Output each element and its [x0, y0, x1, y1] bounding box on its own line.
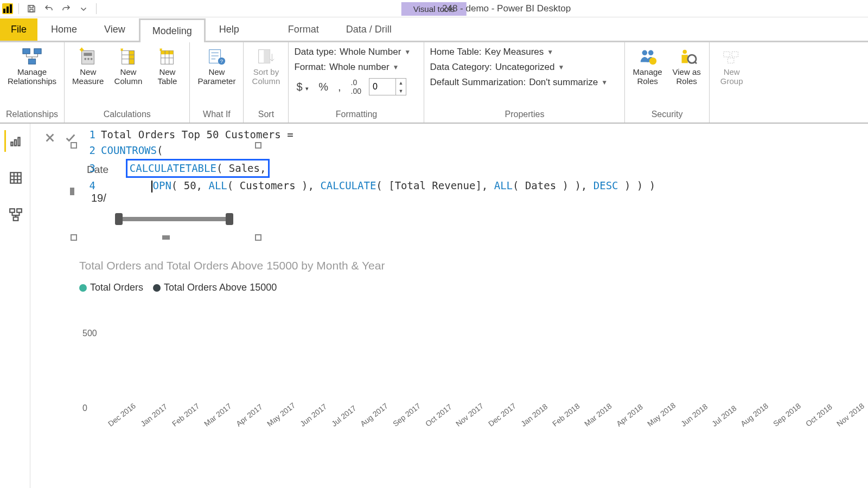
svg-rect-0 [30, 9, 33, 12]
sort-by-column-button[interactable]: Sort by Column [249, 46, 283, 87]
tab-help[interactable]: Help [206, 17, 253, 41]
window-title: 248 - demo - Power BI Desktop [442, 3, 571, 14]
decrement-button[interactable]: ▼ [396, 87, 406, 95]
svg-rect-25 [732, 52, 738, 57]
svg-rect-17 [264, 50, 270, 63]
manage-roles-label: Manage Roles [633, 67, 662, 86]
text-cursor [151, 181, 152, 192]
increment-button[interactable]: ▲ [396, 79, 406, 87]
divider [18, 3, 19, 14]
resize-handle[interactable] [255, 234, 261, 241]
group-formatting-label: Formatting [294, 107, 418, 121]
new-table-label: New Table [157, 67, 177, 86]
formula-editor[interactable]: 1Total Orders Top 50 Customers = 2COUNTR… [85, 127, 863, 194]
format-value: Whole number [329, 62, 390, 73]
slider-thumb-end[interactable] [226, 213, 233, 225]
chart-plot-area: 0 500 [106, 300, 781, 414]
home-table-label: Home Table: [430, 47, 481, 57]
tab-data-drill[interactable]: Data / Drill [333, 17, 405, 41]
formula-highlighted-selection: CALCULATETABLE( Sales, [126, 159, 270, 178]
svg-rect-3 [28, 59, 35, 65]
legend-marker [79, 284, 87, 292]
decimal-places-input[interactable] [369, 79, 395, 95]
svg-rect-10 [129, 51, 135, 65]
summarization-label: Default Summarization: [430, 77, 526, 88]
data-category-value: Uncategorized [495, 62, 555, 73]
model-view-button[interactable] [4, 204, 26, 226]
undo-button[interactable] [42, 2, 56, 16]
svg-rect-5 [84, 53, 92, 56]
manage-relationships-button[interactable]: Manage Relationships [5, 46, 59, 87]
new-parameter-label: New Parameter [197, 67, 235, 86]
svg-point-7 [87, 58, 90, 60]
new-column-button[interactable]: New Column [111, 46, 145, 87]
svg-rect-28 [15, 140, 16, 146]
chevron-down-icon: ▼ [404, 48, 411, 56]
slider-thumb-start[interactable] [115, 213, 123, 225]
home-table-dropdown[interactable]: Home Table: Key Measures ▼ [430, 47, 608, 57]
tab-view[interactable]: View [91, 17, 139, 41]
new-measure-button[interactable]: New Measure [70, 46, 106, 87]
new-parameter-button[interactable]: ? New Parameter [195, 46, 238, 87]
format-label: Format: [294, 62, 326, 73]
view-rail [0, 124, 30, 488]
svg-rect-12 [161, 51, 174, 55]
svg-rect-30 [10, 172, 21, 183]
summarization-value: Don't summarize [529, 77, 598, 88]
svg-rect-2 [34, 49, 41, 54]
formula-cancel-button[interactable] [41, 129, 59, 146]
chevron-down-icon: ▼ [393, 63, 399, 71]
comma-format-button[interactable]: , [336, 80, 343, 94]
data-category-dropdown[interactable]: Data Category: Uncategorized ▼ [430, 62, 608, 73]
ribbon: Manage Relationships Relationships New M… [0, 42, 868, 124]
tab-modeling[interactable]: Modeling [139, 18, 206, 42]
redo-button[interactable] [59, 2, 73, 16]
format-dropdown[interactable]: Format: Whole number ▼ [294, 62, 411, 73]
new-group-button[interactable]: New Group [715, 46, 749, 87]
group-properties-label: Properties [430, 107, 619, 121]
data-type-dropdown[interactable]: Data type: Whole Number ▼ [294, 47, 411, 57]
ribbon-tabstrip: File Home View Modeling Help Format Data… [0, 17, 868, 42]
formula-token: ( [157, 144, 163, 156]
resize-handle[interactable] [162, 235, 170, 240]
svg-point-19 [648, 50, 654, 56]
tab-home[interactable]: Home [37, 17, 91, 41]
svg-rect-1 [23, 49, 30, 54]
currency-format-button[interactable]: $ ▾ [294, 80, 311, 94]
chart-legend: Total Orders Total Orders Above 15000 [79, 282, 781, 293]
percent-format-button[interactable]: % [316, 80, 330, 94]
group-security-label: Security [630, 107, 703, 121]
decimal-places-stepper[interactable]: ▲▼ [369, 78, 406, 95]
view-as-roles-label: View as Roles [673, 67, 701, 86]
bar-chart-visual[interactable]: Total Orders and Total Orders Above 1500… [79, 259, 781, 422]
save-button[interactable] [24, 2, 39, 16]
tab-format[interactable]: Format [275, 17, 333, 41]
decimal-format-button[interactable]: .0.00 [349, 77, 363, 97]
formula-token: OPN [153, 179, 171, 191]
chevron-down-icon: ▼ [558, 63, 564, 71]
legend-item-label: Total Orders [90, 282, 143, 293]
file-tab[interactable]: File [0, 18, 37, 41]
view-as-roles-button[interactable]: View as Roles [670, 46, 704, 87]
data-view-button[interactable] [4, 167, 26, 189]
group-relationships-label: Relationships [5, 107, 59, 121]
manage-roles-button[interactable]: Manage Roles [630, 46, 664, 87]
y-tick-label: 0 [82, 403, 87, 413]
formula-commit-button[interactable] [62, 129, 79, 146]
report-view-button[interactable] [4, 130, 26, 152]
svg-point-21 [682, 50, 687, 54]
summarization-dropdown[interactable]: Default Summarization: Don't summarize ▼ [430, 77, 608, 88]
new-table-button[interactable]: New Table [150, 46, 184, 87]
group-sort-label: Sort [249, 107, 283, 121]
slicer-range-slider[interactable] [117, 217, 231, 221]
home-table-value: Key Measures [485, 47, 544, 57]
resize-handle[interactable] [71, 234, 77, 241]
svg-rect-4 [82, 51, 94, 65]
svg-rect-32 [17, 209, 22, 213]
qat-customize-button[interactable] [76, 2, 91, 16]
data-category-label: Data Category: [430, 62, 492, 73]
y-tick-label: 500 [82, 329, 97, 338]
new-measure-label: New Measure [72, 67, 104, 86]
x-tick-label: Nov 2018 [835, 401, 866, 428]
report-canvas: Date 19/ 1Total Orders Top 50 Customers … [30, 124, 868, 488]
